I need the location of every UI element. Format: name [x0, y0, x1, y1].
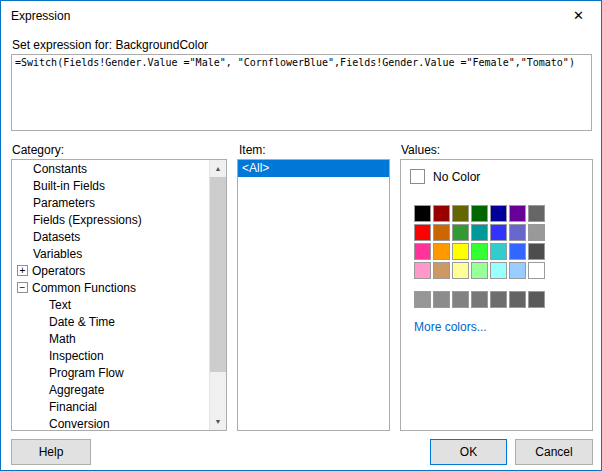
category-label: Category: [12, 143, 64, 157]
color-swatch[interactable] [452, 243, 469, 260]
tree-item[interactable]: −Common Functions [12, 279, 209, 296]
tree-item[interactable]: Math [12, 330, 209, 347]
more-colors-link[interactable]: More colors... [414, 320, 487, 334]
color-swatch[interactable] [433, 224, 450, 241]
color-swatch[interactable] [414, 205, 431, 222]
color-swatch[interactable] [528, 243, 545, 260]
color-swatch[interactable] [471, 243, 488, 260]
color-swatch[interactable] [471, 224, 488, 241]
category-panel: ConstantsBuilt-in FieldsParametersFields… [11, 159, 227, 431]
color-swatch[interactable] [433, 243, 450, 260]
color-swatch[interactable] [490, 243, 507, 260]
tree-item[interactable]: Inspection [12, 347, 209, 364]
close-icon[interactable]: ✕ [556, 1, 601, 30]
tree-item[interactable]: Built-in Fields [12, 177, 209, 194]
tree-item-label: Text [49, 298, 71, 312]
item-list: <All> [237, 159, 390, 431]
scroll-down-icon[interactable]: ▼ [210, 413, 226, 430]
titlebar[interactable]: Expression ✕ [1, 1, 601, 31]
tree-item-label: Constants [33, 162, 87, 176]
tree-item[interactable]: +Operators [12, 262, 209, 279]
item-label: Item: [239, 143, 266, 157]
tree-item-label: Parameters [33, 196, 95, 210]
color-swatch[interactable] [528, 205, 545, 222]
values-label: Values: [401, 143, 440, 157]
tree-item[interactable]: Conversion [12, 415, 209, 430]
tree-item-label: Variables [33, 247, 82, 261]
color-swatch[interactable] [414, 243, 431, 260]
color-swatch[interactable] [452, 205, 469, 222]
color-swatch[interactable] [414, 224, 431, 241]
gray-palette [414, 291, 545, 308]
category-scrollbar[interactable]: ▲ ▼ [209, 160, 226, 430]
color-swatch[interactable] [490, 205, 507, 222]
tree-item[interactable]: Parameters [12, 194, 209, 211]
scroll-up-icon[interactable]: ▲ [210, 160, 226, 177]
set-expression-label: Set expression for: BackgroundColor [12, 38, 208, 52]
tree-item-label: Common Functions [32, 281, 136, 295]
no-color-swatch [410, 169, 425, 184]
color-swatch[interactable] [414, 262, 431, 279]
color-swatch[interactable] [433, 262, 450, 279]
color-swatch[interactable] [490, 262, 507, 279]
tree-item-label: Fields (Expressions) [33, 213, 142, 227]
no-color-label: No Color [433, 170, 480, 184]
tree-item[interactable]: Aggregate [12, 381, 209, 398]
tree-item-label: Math [49, 332, 76, 346]
color-swatch[interactable] [528, 291, 545, 308]
ok-button[interactable]: OK [430, 439, 507, 465]
tree-item[interactable]: Text [12, 296, 209, 313]
tree-item[interactable]: Fields (Expressions) [12, 211, 209, 228]
color-swatch[interactable] [509, 243, 526, 260]
color-swatch[interactable] [490, 291, 507, 308]
collapse-icon[interactable]: − [17, 282, 28, 293]
expand-icon[interactable]: + [17, 265, 28, 276]
color-swatch[interactable] [414, 291, 431, 308]
tree-item[interactable]: Constants [12, 160, 209, 177]
help-button[interactable]: Help [11, 439, 91, 465]
color-swatch[interactable] [528, 262, 545, 279]
tree-item[interactable]: Financial [12, 398, 209, 415]
tree-item[interactable]: Date & Time [12, 313, 209, 330]
tree-item[interactable]: Program Flow [12, 364, 209, 381]
tree-item-label: Inspection [49, 349, 104, 363]
no-color-option[interactable]: No Color [410, 169, 480, 184]
color-swatch[interactable] [452, 291, 469, 308]
tree-item-label: Operators [32, 264, 85, 278]
color-swatch[interactable] [471, 291, 488, 308]
color-swatch[interactable] [433, 205, 450, 222]
color-palette [414, 205, 545, 279]
expression-dialog: Expression ✕ Set expression for: Backgro… [0, 0, 602, 471]
color-swatch[interactable] [433, 291, 450, 308]
color-swatch[interactable] [509, 224, 526, 241]
tree-item[interactable]: Datasets [12, 228, 209, 245]
tree-item-label: Built-in Fields [33, 179, 105, 193]
category-tree: ConstantsBuilt-in FieldsParametersFields… [12, 160, 209, 430]
color-swatch[interactable] [452, 262, 469, 279]
expression-input[interactable]: =Switch(Fields!Gender.Value ="Male", "Co… [11, 54, 592, 131]
window-title: Expression [11, 9, 70, 23]
tree-item-label: Conversion [49, 417, 110, 431]
color-swatch[interactable] [490, 224, 507, 241]
tree-item-label: Date & Time [49, 315, 115, 329]
color-swatch[interactable] [509, 291, 526, 308]
tree-item-label: Aggregate [49, 383, 104, 397]
tree-item-label: Program Flow [49, 366, 124, 380]
list-item[interactable]: <All> [238, 160, 389, 177]
values-panel: No Color More colors... [400, 159, 593, 431]
cancel-button[interactable]: Cancel [515, 439, 593, 465]
color-swatch[interactable] [471, 262, 488, 279]
color-swatch[interactable] [528, 224, 545, 241]
color-swatch[interactable] [509, 205, 526, 222]
tree-item[interactable]: Variables [12, 245, 209, 262]
color-swatch[interactable] [452, 224, 469, 241]
tree-item-label: Financial [49, 400, 97, 414]
tree-item-label: Datasets [33, 230, 80, 244]
color-swatch[interactable] [509, 262, 526, 279]
scrollbar-thumb[interactable] [210, 177, 226, 372]
color-swatch[interactable] [471, 205, 488, 222]
